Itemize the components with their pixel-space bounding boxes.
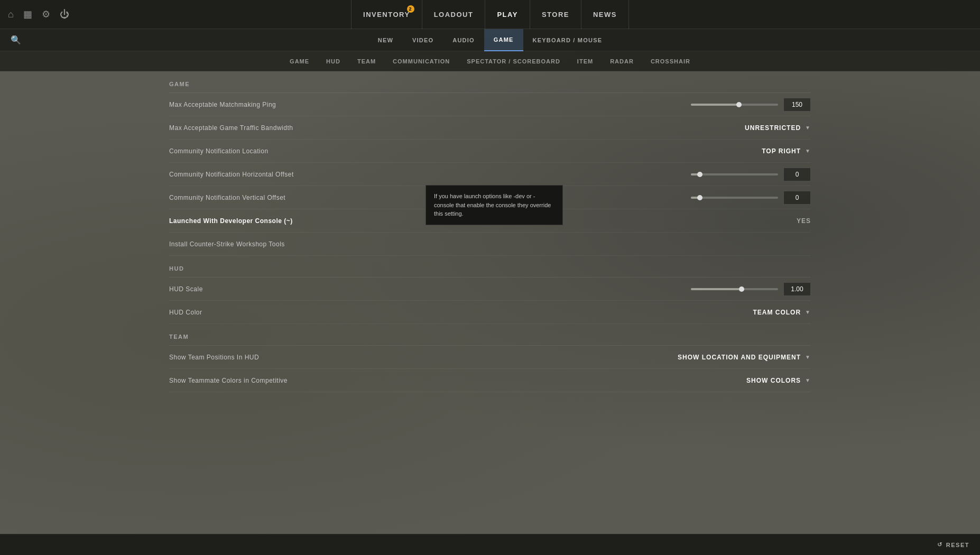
- notif-vert-value[interactable]: 0: [783, 191, 811, 205]
- sec-nav-video[interactable]: VIDEO: [403, 29, 443, 51]
- setting-row-ping: Max Acceptable Matchmaking Ping 150: [169, 93, 811, 116]
- notif-location-value: TOP RIGHT: [762, 147, 801, 155]
- ping-slider-track[interactable]: [691, 104, 778, 106]
- team-positions-label: Show Team Positions In HUD: [169, 354, 259, 361]
- setting-row-workshop: Install Counter-Strike Workshop Tools: [169, 233, 811, 256]
- bottom-bar: ↺ RESET: [0, 534, 980, 555]
- sub-nav-item[interactable]: ITEM: [569, 51, 602, 71]
- setting-row-bandwidth: Max Acceptable Game Traffic Bandwidth UN…: [169, 116, 811, 140]
- sub-nav-crosshair[interactable]: CROSSHAIR: [642, 51, 699, 71]
- notif-horiz-slider-wrap[interactable]: [691, 173, 778, 175]
- hud-scale-thumb[interactable]: [739, 286, 744, 292]
- hud-scale-slider-track[interactable]: [691, 288, 778, 290]
- ping-slider-wrap[interactable]: [691, 104, 778, 106]
- power-icon[interactable]: ⏻: [60, 9, 69, 20]
- search-icon[interactable]: 🔍: [11, 35, 21, 45]
- sub-nav: GAME HUD TEAM COMMUNICATION SPECTATOR / …: [0, 51, 980, 71]
- game-section-header: Game: [169, 71, 811, 93]
- ping-label: Max Acceptable Matchmaking Ping: [169, 101, 276, 108]
- sec-nav-keyboard[interactable]: KEYBOARD / MOUSE: [523, 29, 612, 51]
- tooltip: If you have launch options like -dev or …: [426, 185, 563, 225]
- setting-row-teammate-colors: Show Teammate Colors in Competitive SHOW…: [169, 369, 811, 392]
- hud-scale-value[interactable]: 1.00: [783, 282, 811, 296]
- reset-button[interactable]: ↺ RESET: [937, 541, 969, 548]
- nav-store[interactable]: STORE: [530, 0, 581, 29]
- hud-color-label: HUD Color: [169, 309, 202, 316]
- sub-nav-game[interactable]: GAME: [281, 51, 318, 71]
- sub-nav-spectator[interactable]: SPECTATOR / SCOREBOARD: [458, 51, 569, 71]
- sec-nav-game[interactable]: GAME: [484, 29, 523, 51]
- teammate-colors-value: SHOW COLORS: [746, 377, 801, 384]
- setting-row-notif-horiz: Community Notification Horizontal Offset…: [169, 163, 811, 186]
- notif-location-arrow: ▼: [805, 148, 811, 154]
- notif-location-dropdown[interactable]: TOP RIGHT ▼: [762, 147, 811, 155]
- setting-row-notif-location: Community Notification Location TOP RIGH…: [169, 140, 811, 163]
- hud-scale-label: HUD Scale: [169, 285, 203, 293]
- nav-play[interactable]: PLAY: [485, 0, 530, 29]
- secondary-nav: 🔍 NEW VIDEO AUDIO GAME KEYBOARD / MOUSE: [0, 29, 980, 51]
- sub-nav-radar[interactable]: RADAR: [602, 51, 642, 71]
- teammate-colors-dropdown[interactable]: SHOW COLORS ▼: [746, 377, 811, 384]
- notif-vert-control: 0: [691, 191, 811, 205]
- nav-loadout[interactable]: LOADOUT: [422, 0, 486, 29]
- team-section-header: Team: [169, 324, 811, 346]
- hud-color-dropdown[interactable]: TEAM COLOR ▼: [753, 309, 811, 316]
- reset-icon: ↺: [937, 541, 943, 548]
- missions-icon[interactable]: ▦: [23, 8, 32, 20]
- top-nav-left: ⌂ ▦ ⚙ ⏻: [8, 8, 69, 20]
- bandwidth-dropdown[interactable]: UNRESTRICTED ▼: [745, 124, 811, 132]
- bandwidth-dropdown-arrow: ▼: [805, 125, 811, 131]
- home-icon[interactable]: ⌂: [8, 9, 14, 20]
- notif-horiz-thumb[interactable]: [697, 172, 702, 177]
- notif-vert-label: Community Notification Vertical Offset: [169, 194, 285, 201]
- dev-console-label: Launched With Developer Console (~): [169, 217, 293, 225]
- hud-color-arrow: ▼: [805, 309, 811, 315]
- hud-scale-fill: [691, 288, 742, 290]
- sub-nav-hud[interactable]: HUD: [318, 51, 349, 71]
- sub-nav-communication[interactable]: COMMUNICATION: [384, 51, 458, 71]
- hud-color-value: TEAM COLOR: [753, 309, 801, 316]
- nav-inventory[interactable]: INVENTORY 2: [351, 0, 422, 29]
- team-positions-dropdown[interactable]: SHOW LOCATION AND EQUIPMENT ▼: [678, 354, 811, 361]
- sub-nav-team[interactable]: TEAM: [349, 51, 384, 71]
- ping-slider-thumb[interactable]: [736, 102, 742, 107]
- ping-control: 150: [691, 98, 811, 112]
- nav-news[interactable]: NEWS: [581, 0, 629, 29]
- bandwidth-label: Max Acceptable Game Traffic Bandwidth: [169, 124, 293, 132]
- hud-scale-control: 1.00: [691, 282, 811, 296]
- hud-scale-slider-wrap[interactable]: [691, 288, 778, 290]
- notif-vert-thumb[interactable]: [697, 195, 702, 200]
- ping-slider-fill: [691, 104, 739, 106]
- dev-console-value: YES: [797, 217, 811, 225]
- settings-icon[interactable]: ⚙: [42, 8, 50, 20]
- sec-nav-new[interactable]: NEW: [368, 29, 403, 51]
- team-positions-arrow: ▼: [805, 354, 811, 360]
- setting-row-hud-scale: HUD Scale 1.00: [169, 278, 811, 301]
- hud-section-header: Hud: [169, 256, 811, 278]
- team-positions-value: SHOW LOCATION AND EQUIPMENT: [678, 354, 801, 361]
- main-content: Game Max Acceptable Matchmaking Ping 150…: [0, 71, 980, 534]
- sec-nav-audio[interactable]: AUDIO: [443, 29, 484, 51]
- setting-row-team-positions: Show Team Positions In HUD SHOW LOCATION…: [169, 346, 811, 369]
- teammate-colors-label: Show Teammate Colors in Competitive: [169, 377, 288, 384]
- notif-vert-slider-track[interactable]: [691, 197, 778, 199]
- ping-value[interactable]: 150: [783, 98, 811, 112]
- top-nav: ⌂ ▦ ⚙ ⏻ INVENTORY 2 LOADOUT PLAY STORE N…: [0, 0, 980, 29]
- reset-label: RESET: [946, 542, 969, 548]
- notif-horiz-control: 0: [691, 168, 811, 181]
- notif-horiz-value[interactable]: 0: [783, 168, 811, 181]
- notif-location-label: Community Notification Location: [169, 147, 269, 155]
- inventory-badge: 2: [407, 5, 414, 13]
- setting-row-hud-color: HUD Color TEAM COLOR ▼: [169, 301, 811, 324]
- top-nav-items: INVENTORY 2 LOADOUT PLAY STORE NEWS: [351, 0, 629, 29]
- notif-horiz-label: Community Notification Horizontal Offset: [169, 171, 294, 178]
- bandwidth-value: UNRESTRICTED: [745, 124, 801, 132]
- teammate-colors-arrow: ▼: [805, 377, 811, 383]
- workshop-label: Install Counter-Strike Workshop Tools: [169, 240, 285, 248]
- notif-vert-slider-wrap[interactable]: [691, 197, 778, 199]
- notif-horiz-slider-track[interactable]: [691, 173, 778, 175]
